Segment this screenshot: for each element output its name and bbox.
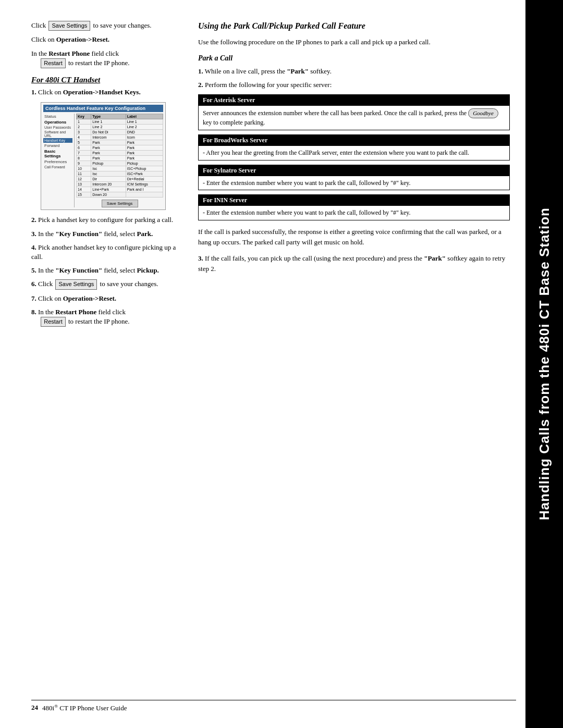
right-step1-bold: "Park" (287, 67, 309, 75)
inin-body-text: - Enter the extension number where you w… (203, 209, 411, 216)
intro-text: Use the following procedure on the IP ph… (198, 38, 431, 46)
col-key: Key (77, 114, 91, 119)
table-row: 1Line 1Line 1 (77, 119, 163, 125)
right-step1-text2: softkey. (310, 67, 332, 75)
right-column: Using the Park Call/Pickup Parked Call F… (198, 21, 510, 707)
screenshot-table: Key Type Label 1Line 1Line 1 2Line 2Line… (76, 114, 163, 207)
bottom-para2-text: If the call fails, you can pick up the c… (205, 254, 422, 262)
screenshot-save-btn[interactable]: Save Settings (102, 200, 138, 207)
subheading-480i: For 480i CT Handset (31, 76, 182, 84)
nav-status[interactable]: Status (43, 114, 72, 119)
bottom-para-2: 3. If the call fails, you can pick up th… (198, 253, 510, 274)
handset-step-2: 2. Pick a handset key to configure for p… (31, 215, 182, 225)
sylnatro-body-text: - Enter the extension number where you w… (203, 179, 411, 187)
main-content: Click Save Settings to save your changes… (0, 0, 525, 728)
registered-mark: ® (54, 704, 58, 709)
bottom-para2-bold: "Park" (424, 254, 446, 262)
key-config-table: Key Type Label 1Line 1Line 1 2Line 2Line… (76, 114, 163, 198)
table-row: 7ParkPark (77, 151, 163, 156)
park-call-text: Park a Call (198, 54, 232, 62)
asterisk-server-name: For Asterisk Server (203, 96, 255, 104)
nav-forward[interactable]: Forward (43, 143, 72, 149)
broadworks-server-body: - After you hear the greeting from the C… (199, 146, 509, 160)
nav-software[interactable]: Software and URL (43, 130, 72, 138)
handset-step-6: 6. Click Save Settings to save your chan… (31, 279, 182, 289)
left-column: Click Save Settings to save your changes… (31, 21, 182, 707)
handset-step8-quote: Restart Phone (55, 308, 96, 316)
step10-text2: to save your changes. (93, 21, 152, 29)
step12-text3: to restart the IP phone. (68, 59, 130, 67)
handset-step5-bold2: Pickup. (137, 266, 159, 274)
handset-step5-text: In the (38, 266, 54, 274)
handset-step8-text1: In the (38, 308, 54, 316)
table-row: 12DirDir+Redial (77, 177, 163, 182)
inin-server-header: For ININ Server (199, 195, 509, 206)
step12-text2: field click (92, 50, 119, 57)
broadworks-server-name: For BroadWorks Server (203, 137, 267, 144)
nav-operations-header: Operations (43, 119, 72, 125)
restart-btn-2[interactable]: Restart (41, 317, 65, 327)
handset-step3-bold1: "Key Function" (55, 230, 102, 238)
step11-bold: Operation->Reset. (56, 35, 109, 43)
handset-step-3: 3. In the "Key Function" field, select P… (31, 229, 182, 239)
handset-step6-text: Click (38, 280, 53, 288)
handset-step-1: 1. Click on Operation->Handset Keys. (31, 88, 182, 97)
bottom-para1-text: If the call is parked successfully, the … (198, 228, 501, 246)
col-type: Type (91, 114, 126, 119)
park-call-heading: Park a Call (198, 54, 510, 63)
asterisk-server-box: For Asterisk Server Server announces the… (198, 94, 510, 130)
asterisk-body2-text: key to complete parking. (203, 119, 265, 126)
table-row: 15Down 20 (77, 192, 163, 198)
handset-step7-bold: Operation->Reset. (63, 294, 116, 302)
handset-step1-bold: Operation->Handset Keys. (63, 88, 141, 96)
asterisk-server-header: For Asterisk Server (199, 95, 509, 106)
nav-call-forward[interactable]: Call Forward (43, 165, 72, 169)
step-11: Click on Operation->Reset. (31, 35, 182, 44)
inin-server-box: For ININ Server - Enter the extension nu… (198, 194, 510, 220)
table-row: 11IscISC+Park (77, 171, 163, 177)
restart-btn-1[interactable]: Restart (41, 58, 65, 68)
broadworks-server-header: For BroadWorks Server (199, 135, 509, 146)
table-row: 10IscISC+Pickup (77, 166, 163, 171)
handset-step6-text2: to save your changes. (100, 280, 158, 288)
screenshot-content: Status Operations User Passwords Softwar… (43, 114, 163, 207)
inin-server-body: - Enter the extension number where you w… (199, 206, 509, 220)
right-step1-text: While on a live call, press the (205, 67, 285, 75)
handset-step4-text: Pick another handset key to configure pi… (31, 243, 176, 261)
feature-heading-text: Using the Park Call/Pickup Parked Call F… (198, 21, 365, 30)
handset-step-4: 4. Pick another handset key to configure… (31, 243, 182, 262)
goodbye-button[interactable]: Goodbye (468, 108, 498, 118)
page-number: 24 (31, 704, 38, 712)
subheading-text: For 480i CT Handset (31, 76, 100, 84)
sylnatro-server-name: For Sylnatro Server (203, 167, 256, 174)
bottom-para-1: If the call is parked successfully, the … (198, 227, 510, 247)
screenshot-title: Cordless Handset Feature Key Configurati… (43, 105, 163, 112)
broadworks-body-text: - After you hear the greeting from the C… (203, 149, 469, 156)
inin-server-name: For ININ Server (203, 196, 247, 204)
step11-text: Click on (31, 35, 54, 43)
save-settings-btn-2[interactable]: Save Settings (55, 279, 97, 289)
nav-handset[interactable]: Handset Key (43, 138, 72, 143)
handset-step-8: 8. In the Restart Phone field click Rest… (31, 307, 182, 327)
handset-step2-text: Pick a handset key to configure for park… (38, 216, 173, 224)
nav-preferences[interactable]: Preferences (43, 159, 72, 165)
asterisk-server-body: Server announces the extension number wh… (199, 106, 509, 130)
feature-title: Using the Park Call/Pickup Parked Call F… (198, 21, 510, 32)
feature-intro: Use the following procedure on the IP ph… (198, 37, 510, 47)
table-row: 14Line+ParkPark and I (77, 187, 163, 192)
sidebar-right: Handling Calls from the 480i CT Base Sta… (525, 0, 563, 728)
sylnatro-server-body: - Enter the extension number where you w… (199, 176, 509, 190)
step10-text: Click (31, 21, 46, 29)
handset-step8-text2: field click (99, 308, 126, 316)
step12-text1: In the (31, 50, 47, 57)
handset-step1-text: Click on (38, 88, 61, 96)
handset-step5-bold1: "Key Function" (55, 266, 102, 274)
handset-step7-text: Click on (38, 294, 61, 302)
table-row: 4IntercomIcom (77, 135, 163, 140)
nav-passwords[interactable]: User Passwords (43, 125, 72, 130)
save-settings-btn-1[interactable]: Save Settings (48, 21, 90, 31)
handset-step5-text2: field, select (104, 266, 135, 274)
page-container: Click Save Settings to save your changes… (0, 0, 563, 728)
handset-step-7: 7. Click on Operation->Reset. (31, 294, 182, 303)
table-row: 13Intercom 20ICM Settings (77, 182, 163, 187)
